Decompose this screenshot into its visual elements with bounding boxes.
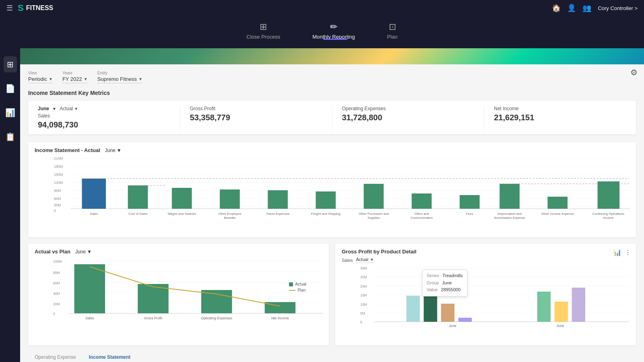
gp-bar-accessories: [441, 304, 454, 322]
tooltip-value-key: Value: [427, 286, 438, 294]
metric-sales-value: 94,098,730: [38, 120, 170, 130]
bar-benefits: [220, 189, 240, 209]
plan-line: [90, 267, 280, 306]
svg-text:June: June: [557, 324, 564, 328]
metric-sales: June ▼ Actual ▼ Sales 94,098,730: [28, 106, 180, 130]
tab-plan-label: Plan: [387, 34, 398, 40]
sidebar-book-icon[interactable]: 📋: [2, 129, 19, 145]
svg-text:Other Purchases and: Other Purchases and: [359, 212, 389, 216]
svg-text:Benefits: Benefits: [224, 216, 236, 220]
metric-sales-header: June ▼ Actual ▼: [38, 106, 170, 111]
svg-text:Other Employee: Other Employee: [218, 212, 242, 216]
gp-chart-panel: Gross Profit by Product Detail 📊 ⋮ Sales…: [335, 244, 636, 346]
svg-text:40M: 40M: [53, 292, 60, 296]
tooltip-group-val: June: [442, 280, 452, 287]
bar-wages: [172, 188, 192, 209]
svg-text:10M: 10M: [360, 302, 367, 306]
metric-type: Actual ▼: [60, 106, 78, 111]
banner: [0, 48, 644, 64]
type-arrow-icon[interactable]: ▼: [74, 107, 78, 111]
active-tab-indicator: [323, 39, 347, 40]
tooltip-series-key: Series: [427, 272, 439, 280]
avp-month-selector[interactable]: June ▼: [75, 249, 92, 255]
gp-bar-weights: [458, 318, 472, 322]
settings-icon[interactable]: ⚙: [630, 68, 638, 77]
entity-value: Supremo Fitness: [97, 76, 137, 82]
sidebar-dashboard-icon[interactable]: ⊞: [4, 56, 17, 72]
bar-freight: [316, 191, 336, 209]
logo: S FITNESS: [18, 3, 53, 13]
tooltip-series-val: Treadmills: [442, 272, 462, 280]
tab-operating-expense[interactable]: Operating Expense: [28, 352, 83, 362]
metric-gross-profit: Gross Profit 53,358,779: [180, 106, 332, 130]
users-icon[interactable]: 👥: [582, 4, 591, 12]
bar-continuing-ops: [598, 181, 620, 209]
top-bar-left: ☰ S FITNESS: [6, 3, 53, 13]
close-process-icon: ⊞: [260, 22, 267, 32]
metric-gp-value: 53,358,779: [190, 113, 322, 122]
sidebar-chart-icon[interactable]: 📊: [2, 105, 19, 121]
bar-travel: [268, 190, 288, 209]
avp-chart-title: Actual vs Plan: [35, 249, 70, 255]
svg-text:Depreciation and: Depreciation and: [497, 212, 522, 216]
gp-type-select[interactable]: Actual ▼: [356, 257, 374, 263]
user-name[interactable]: Cory Controller >: [598, 5, 638, 11]
income-statement-chart: Income Statement - Actual June ▼ 210M 18…: [28, 142, 636, 237]
income-month-selector[interactable]: June ▼: [105, 148, 122, 153]
svg-text:15M: 15M: [360, 293, 367, 297]
top-bar: ☰ S FITNESS 🏠 👤 👥 Cory Controller >: [0, 0, 644, 16]
tab-income-statement[interactable]: Income Statement: [83, 352, 137, 362]
svg-text:Continuing Operations: Continuing Operations: [592, 212, 624, 216]
metric-month: June: [38, 106, 49, 111]
bar-sales: [82, 179, 106, 209]
entity-label: Entity: [97, 71, 142, 75]
income-chart-svg: 210M 180M 150M 120M 90M 60M 30M 0: [54, 156, 630, 213]
tab-plan[interactable]: ⊡ Plan: [387, 22, 398, 40]
svg-text:Wages and Salaries: Wages and Salaries: [167, 212, 196, 216]
years-select[interactable]: FY 2022 ▼: [62, 76, 88, 83]
bottom-charts-row: Actual vs Plan June ▼ 100M 80M 60M 40M 2…: [28, 244, 636, 346]
more-options-icon[interactable]: ⋮: [625, 249, 631, 256]
main-content: ⚙ View Periodic ▼ Years FY 2022 ▼ Entity…: [20, 64, 644, 362]
month-arrow-icon[interactable]: ▼: [52, 107, 56, 111]
svg-text:60M: 60M: [53, 281, 60, 285]
svg-text:25M: 25M: [360, 275, 367, 279]
sidebar-report-icon[interactable]: 📄: [2, 80, 19, 97]
bar-chart-icon[interactable]: 📊: [613, 249, 621, 256]
avp-bar-oe-actual: [201, 290, 232, 313]
income-statement-chart-header: Income Statement - Actual June ▼: [35, 147, 630, 153]
bar-office: [412, 193, 432, 209]
svg-text:Freight and Shipping: Freight and Shipping: [311, 212, 341, 216]
user-icon[interactable]: 👤: [567, 4, 576, 12]
avp-month-label: June: [75, 249, 86, 255]
legend-actual-label: Actual: [295, 282, 306, 286]
tab-close-process-label: Close Process: [246, 34, 280, 40]
svg-text:180M: 180M: [54, 165, 63, 169]
hamburger-icon[interactable]: ☰: [6, 4, 13, 12]
entity-select[interactable]: Supremo Fitness ▼: [97, 76, 142, 83]
metric-ni-value: 21,629,151: [494, 113, 626, 122]
home-icon[interactable]: 🏠: [552, 4, 561, 12]
gp-chart-icons: 📊 ⋮: [613, 249, 631, 256]
svg-text:Gross Profit: Gross Profit: [144, 316, 163, 320]
entity-arrow-icon: ▼: [138, 77, 142, 81]
filters-row: View Periodic ▼ Years FY 2022 ▼ Entity S…: [28, 71, 636, 83]
svg-text:150M: 150M: [54, 173, 63, 177]
bar-other-income: [547, 197, 568, 209]
gp-bar-s7: [572, 288, 585, 322]
svg-text:5M: 5M: [360, 311, 365, 315]
years-arrow-icon: ▼: [84, 77, 88, 81]
income-statement-title: Income Statement - Actual: [35, 147, 100, 153]
gp-chart-header: Gross Profit by Product Detail 📊 ⋮: [342, 249, 630, 255]
avp-bar-sales-actual: [74, 264, 105, 313]
gp-bar-s5: [537, 292, 551, 322]
tooltip-series-row: Series Treadmills: [427, 272, 463, 280]
bottom-tabs: Operating Expense Income Statement: [28, 352, 636, 362]
legend-actual: Actual: [289, 282, 306, 286]
avp-svg-container: 100M 80M 60M 40M 20M 0: [35, 258, 322, 336]
bar-other-purchases: [364, 184, 384, 209]
tab-close-process[interactable]: ⊞ Close Process: [246, 22, 280, 40]
tab-monthly-reporting[interactable]: ✏ Monthly Reporting: [312, 22, 355, 40]
view-select[interactable]: Periodic ▼: [28, 76, 53, 83]
svg-text:0: 0: [360, 320, 362, 324]
